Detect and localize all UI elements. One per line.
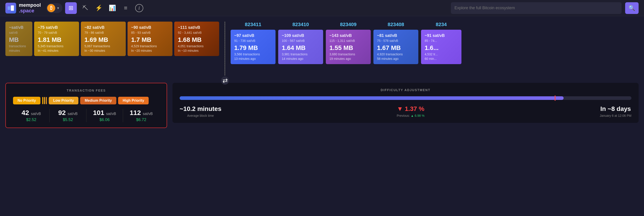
- logo-icon: [6, 3, 16, 14]
- difficulty-marker: [555, 95, 556, 101]
- fees-values-row: 42 sat/vB $2.52 92 sat/vB $5.52 101 sat/…: [13, 109, 160, 122]
- block-sat-label: ~75 sat/vB: [38, 25, 76, 30]
- mempool-block-3[interactable]: ~111 sat/vB 92 - 3,441 sat/vB 1.68 MB 4,…: [174, 22, 219, 56]
- block-number-823411: 823411: [245, 22, 261, 28]
- mempool-block-1[interactable]: ~82 sat/vB 79 - 86 sat/vB 1.69 MB 5,067 …: [81, 22, 126, 56]
- chevron-down-icon: ▼: [56, 6, 60, 10]
- mempool-blocks: ~sat/vB sat/vB MB transactions minutes ~…: [6, 22, 219, 56]
- pickaxe-icon: ⛏: [82, 5, 88, 12]
- divider-2: [44, 97, 45, 104]
- mined-block-8234[interactable]: ~91 sat/vB 85 - 74... 1.6... 4,532 tr...…: [421, 30, 462, 64]
- block-number-8234: 8234: [436, 22, 447, 28]
- block-time: 19 minutes ago: [330, 57, 367, 61]
- search-icon: 🔍: [628, 5, 635, 11]
- block-sat-label: ~97 sat/vB: [234, 33, 272, 38]
- nav-dashboard-button[interactable]: ⊞: [65, 2, 77, 14]
- fee-col-no-priority: 42 sat/vB $2.52: [13, 109, 50, 122]
- block-range: 70 - 79 sat/vB: [38, 31, 76, 34]
- fee-usd-low: $5.52: [63, 118, 73, 122]
- mined-block-group-1: 823410 ~109 sat/vB 100 - 567 sat/vB 1.64…: [278, 22, 323, 64]
- difficulty-change-stat: ▼ 1.37 % Previous: ▲ 6.98 %: [397, 105, 424, 118]
- block-sat-label: ~81 sat/vB: [377, 33, 415, 38]
- mined-block-group-3: 823408 ~81 sat/vB 75 - 578 sat/vB 1.67 M…: [374, 22, 418, 64]
- dashboard-icon: ⊞: [68, 5, 74, 12]
- blocks-section: ~sat/vB sat/vB MB transactions minutes ~…: [0, 22, 644, 76]
- block-sat-label: ~sat/vB: [9, 25, 29, 30]
- low-priority-button[interactable]: Low Priority: [49, 97, 78, 104]
- mined-block-823408[interactable]: ~81 sat/vB 75 - 578 sat/vB 1.67 MB 4,920…: [374, 30, 418, 64]
- block-size: 1.67 MB: [377, 44, 415, 52]
- block-size: 1.7 MB: [131, 36, 169, 43]
- block-time: In ~30 minutes: [84, 49, 122, 52]
- block-time: 14 minutes ago: [282, 57, 320, 61]
- main-content: ~sat/vB sat/vB MB transactions minutes ~…: [0, 16, 644, 128]
- fee-sat-med: 101 sat/vB: [93, 109, 116, 117]
- fees-title: TRANSACTION FEES: [13, 89, 160, 92]
- block-size: 1.55 MB: [330, 44, 367, 52]
- block-range: sat/vB: [9, 31, 29, 34]
- block-range: 75 - 578 sat/vB: [377, 39, 415, 43]
- swap-icon: ⇄: [221, 76, 229, 85]
- avg-block-time-stat: ~10.2 minutes Average block time: [180, 105, 222, 118]
- mined-block-group-0: 823411 ~97 sat/vB 91 - 736 sat/vB 1.79 M…: [230, 22, 276, 64]
- nav-charts-button[interactable]: 📊: [106, 2, 118, 14]
- fee-sat-low: 92 sat/vB: [58, 109, 78, 117]
- difficulty-progress-bar: [180, 96, 632, 100]
- block-size: 1.69 MB: [84, 36, 122, 43]
- priority-dividers: [42, 97, 47, 104]
- block-txs: 4,051 transactions: [178, 44, 216, 48]
- next-adjustment-value: In ~8 days: [600, 105, 631, 113]
- difficulty-previous-label: Previous: ▲ 6.98 %: [397, 114, 424, 118]
- divider-1: [42, 97, 43, 104]
- logo-mempool: mempool: [19, 3, 41, 8]
- difficulty-progress-fill: [180, 96, 564, 100]
- search-button[interactable]: 🔍: [625, 2, 638, 14]
- mined-block-823409[interactable]: ~143 sat/vB 115 - 1,311 sat/vB 1.55 MB 3…: [326, 30, 371, 64]
- block-sat-label: ~91 sat/vB: [424, 33, 458, 38]
- block-sat-label: ~82 sat/vB: [84, 25, 122, 30]
- mempool-block-partial[interactable]: ~sat/vB sat/vB MB transactions minutes: [6, 22, 32, 56]
- btc-network-selector[interactable]: ₿ ▼: [46, 3, 62, 13]
- navbar: mempool .space ₿ ▼ ⊞ ⛏ ⚡ 📊 ≡ i 🔍: [0, 0, 644, 16]
- block-sat-label: ~143 sat/vB: [330, 33, 367, 38]
- block-time: 58 minutes ago: [377, 57, 415, 61]
- block-txs: transactions: [9, 44, 29, 48]
- block-txs: 4,920 transactions: [377, 52, 415, 56]
- svg-rect-1: [11, 6, 14, 11]
- transaction-fees-panel: TRANSACTION FEES No Priority Low Priorit…: [6, 83, 167, 128]
- block-range: 85 - 93 sat/vB: [131, 31, 169, 34]
- fees-priority-row: No Priority Low Priority Medium Priority…: [13, 97, 160, 104]
- block-sat-label: ~90 sat/vB: [131, 25, 169, 30]
- nav-mining-button[interactable]: ⛏: [80, 2, 91, 14]
- mempool-divider: ⇄: [224, 22, 225, 76]
- block-size: MB: [9, 36, 29, 43]
- search-input[interactable]: [454, 6, 618, 10]
- block-range: 79 - 86 sat/vB: [84, 31, 122, 34]
- bottom-row: TRANSACTION FEES No Priority Low Priorit…: [0, 76, 644, 128]
- block-txs: 5,345 transactions: [38, 44, 76, 48]
- block-size: 1.68 MB: [178, 36, 216, 43]
- logo-area: mempool .space: [6, 3, 41, 13]
- mempool-block-2[interactable]: ~90 sat/vB 85 - 93 sat/vB 1.7 MB 4,529 t…: [128, 22, 172, 56]
- nav-docs-button[interactable]: ≡: [120, 2, 132, 14]
- docs-icon: ≡: [124, 5, 127, 12]
- info-icon: i: [135, 4, 143, 12]
- block-sat-label: ~111 sat/vB: [178, 25, 216, 30]
- fee-col-low: 92 sat/vB $5.52: [50, 109, 86, 122]
- mined-blocks: 823411 ~97 sat/vB 91 - 736 sat/vB 1.79 M…: [230, 22, 462, 64]
- svg-rect-0: [8, 6, 10, 10]
- block-time: In ~20 minutes: [131, 49, 169, 52]
- mempool-block-0[interactable]: ~75 sat/vB 70 - 79 sat/vB 1.81 MB 5,345 …: [34, 22, 79, 56]
- no-priority-button[interactable]: No Priority: [13, 97, 40, 104]
- nav-lightning-button[interactable]: ⚡: [93, 2, 105, 14]
- fee-usd-no: $2.52: [26, 118, 36, 122]
- mined-block-823411[interactable]: ~97 sat/vB 91 - 736 sat/vB 1.79 MB 3,566…: [230, 30, 276, 64]
- block-time: 60 min...: [424, 57, 458, 61]
- fee-usd-high: $6.72: [136, 118, 146, 122]
- mined-block-823410[interactable]: ~109 sat/vB 100 - 567 sat/vB 1.64 MB 3,9…: [278, 30, 323, 64]
- medium-priority-button[interactable]: Medium Priority: [80, 97, 116, 104]
- high-priority-button[interactable]: High Priority: [118, 97, 149, 104]
- nav-info-button[interactable]: i: [134, 2, 145, 14]
- block-range: 115 - 1,311 sat/vB: [330, 39, 367, 43]
- block-txs: 3,680 transactions: [330, 52, 367, 56]
